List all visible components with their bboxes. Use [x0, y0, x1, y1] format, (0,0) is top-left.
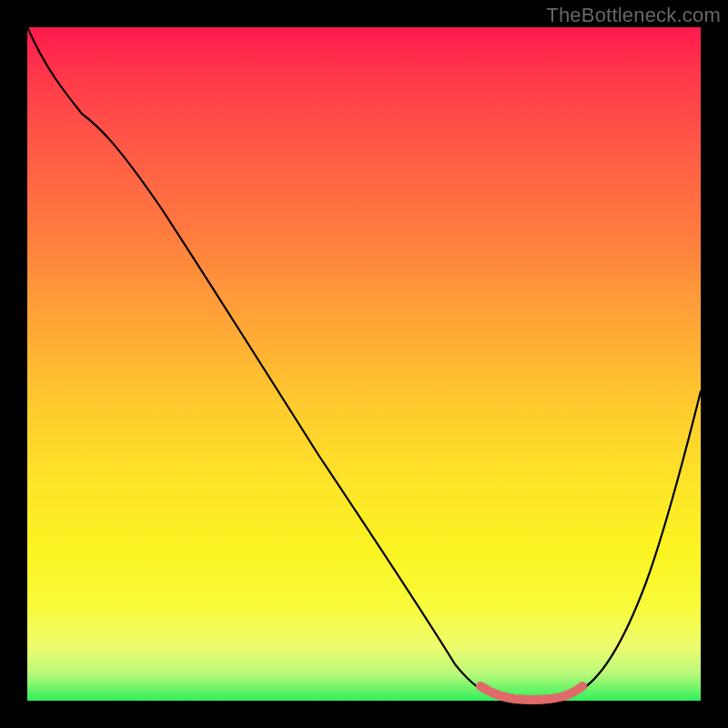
bottleneck-curve	[27, 27, 701, 700]
curve-layer	[27, 27, 701, 701]
optimal-highlight	[480, 686, 582, 700]
watermark-text: TheBottleneck.com	[546, 4, 721, 27]
chart-frame: TheBottleneck.com	[0, 0, 728, 728]
plot-area	[27, 27, 701, 713]
